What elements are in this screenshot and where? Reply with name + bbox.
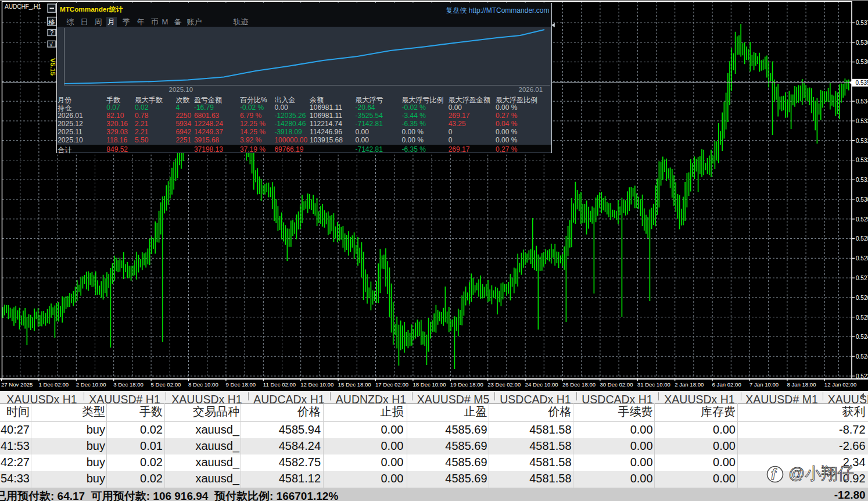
svg-text:@小翔仔: @小翔仔: [788, 464, 853, 482]
